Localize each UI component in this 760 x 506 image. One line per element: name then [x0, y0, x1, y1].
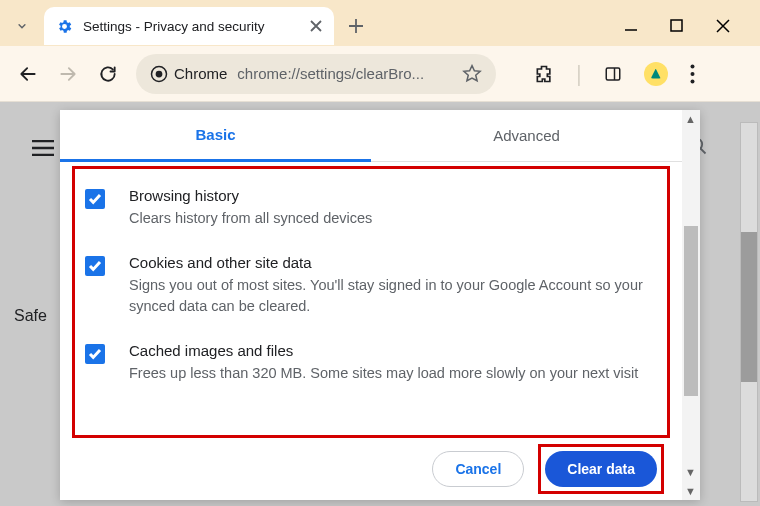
dialog-scrollbar[interactable]: ▲ ▼ ▼: [682, 110, 700, 500]
confirm-highlight: Clear data: [538, 444, 664, 494]
option-desc: Signs you out of most sites. You'll stay…: [129, 275, 657, 316]
checkbox-cookies[interactable]: [85, 256, 105, 276]
bg-section-label: Safe: [14, 307, 47, 325]
page-scroll-thumb[interactable]: [741, 232, 757, 382]
tab-advanced[interactable]: Advanced: [371, 110, 682, 162]
back-button[interactable]: [16, 62, 40, 86]
checkbox-cache[interactable]: [85, 344, 105, 364]
svg-point-6: [690, 79, 694, 83]
profile-avatar[interactable]: [644, 62, 668, 86]
svg-rect-3: [606, 68, 620, 80]
options-highlight: Browsing history Clears history from all…: [72, 166, 670, 438]
search-tabs-button[interactable]: [8, 12, 36, 40]
window-controls: [624, 19, 752, 33]
option-desc: Frees up less than 320 MB. Some sites ma…: [129, 363, 638, 383]
site-chip-label: Chrome: [174, 65, 227, 82]
extensions-icon[interactable]: [534, 64, 554, 84]
dialog-tabs: Basic Advanced: [60, 110, 682, 162]
svg-point-4: [690, 64, 694, 68]
option-title: Cookies and other site data: [129, 254, 657, 271]
tab-basic[interactable]: Basic: [60, 110, 371, 162]
option-browsing-history: Browsing history Clears history from all…: [85, 187, 657, 228]
option-desc: Clears history from all synced devices: [129, 208, 372, 228]
option-cache: Cached images and files Frees up less th…: [85, 342, 657, 383]
window-close-button[interactable]: [716, 19, 734, 33]
url-text: chrome://settings/clearBro...: [237, 65, 452, 82]
option-title: Cached images and files: [129, 342, 638, 359]
svg-point-2: [156, 70, 163, 77]
browser-toolbar: Chrome chrome://settings/clearBro... |: [0, 46, 760, 102]
option-title: Browsing history: [129, 187, 372, 204]
address-bar[interactable]: Chrome chrome://settings/clearBro...: [136, 54, 496, 94]
side-panel-icon[interactable]: [604, 65, 622, 83]
checkbox-browsing-history[interactable]: [85, 189, 105, 209]
separator: |: [576, 61, 582, 87]
svg-rect-0: [671, 20, 682, 31]
new-tab-button[interactable]: [342, 12, 370, 40]
maximize-button[interactable]: [670, 19, 688, 33]
cancel-button[interactable]: Cancel: [432, 451, 524, 487]
minimize-button[interactable]: [624, 19, 642, 33]
hamburger-icon: [32, 140, 54, 156]
svg-point-5: [690, 72, 694, 76]
dialog-footer: Cancel Clear data: [60, 438, 682, 500]
close-tab-icon[interactable]: [310, 20, 322, 32]
tab-title: Settings - Privacy and security: [83, 19, 300, 34]
chrome-icon: [150, 65, 168, 83]
bookmark-star-icon[interactable]: [462, 64, 482, 84]
gear-icon: [56, 18, 73, 35]
browser-tab-strip: Settings - Privacy and security: [0, 0, 760, 46]
clear-browsing-data-dialog: ▲ ▼ ▼ Basic Advanced Browsing history Cl…: [60, 110, 700, 500]
chrome-menu-icon[interactable]: [690, 64, 695, 84]
site-chip: Chrome: [150, 65, 227, 83]
dialog-scroll-thumb[interactable]: [684, 226, 698, 396]
clear-data-button[interactable]: Clear data: [545, 451, 657, 487]
forward-button[interactable]: [56, 62, 80, 86]
browser-tab[interactable]: Settings - Privacy and security: [44, 7, 334, 45]
option-cookies: Cookies and other site data Signs you ou…: [85, 254, 657, 316]
reload-button[interactable]: [96, 62, 120, 86]
